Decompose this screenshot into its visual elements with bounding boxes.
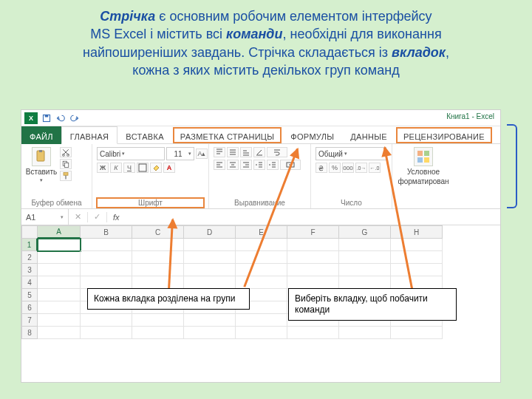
cell[interactable] [287, 327, 339, 339]
cell[interactable] [132, 314, 184, 327]
worksheet-grid[interactable]: ABCDEFGH 12345678 [21, 225, 500, 240]
cell[interactable] [184, 264, 236, 276]
align-top-icon[interactable] [214, 147, 225, 157]
font-size-combo[interactable]: 11▾ [166, 147, 194, 160]
cell[interactable] [236, 276, 287, 289]
cell[interactable] [339, 276, 391, 289]
row-header[interactable]: 7 [21, 314, 38, 327]
cell[interactable] [391, 327, 443, 339]
cell[interactable] [132, 251, 184, 264]
tab-insert[interactable]: ВСТАВКА [117, 126, 171, 144]
cell[interactable] [339, 327, 391, 339]
align-middle-icon[interactable] [227, 147, 239, 157]
cell[interactable] [184, 239, 236, 251]
format-painter-icon[interactable] [60, 171, 72, 181]
cell[interactable] [236, 327, 287, 339]
cell[interactable] [38, 327, 81, 339]
cell[interactable] [184, 276, 236, 289]
align-center-icon[interactable] [227, 160, 239, 170]
comma-style-icon[interactable]: 000 [342, 163, 354, 173]
fx-icon[interactable]: fx [113, 213, 120, 222]
cell[interactable] [339, 251, 391, 264]
row-header[interactable]: 5 [21, 289, 38, 301]
paste-button[interactable]: Вставить ▾ [26, 147, 57, 183]
cell[interactable] [132, 276, 184, 289]
cell[interactable] [236, 314, 287, 327]
italic-button[interactable]: К [110, 163, 122, 173]
cell[interactable] [391, 276, 443, 289]
row-header[interactable]: 4 [21, 276, 38, 289]
decrease-decimal-icon[interactable]: ←.0 [369, 163, 381, 173]
number-format-combo[interactable]: Общий▾ [316, 147, 386, 160]
increase-font-icon[interactable]: A▴ [196, 149, 208, 159]
row-header[interactable]: 1 [21, 239, 38, 251]
row-header[interactable]: 2 [21, 251, 38, 264]
font-name-combo[interactable]: Calibri▾ [97, 147, 165, 160]
formula-input[interactable]: ✕ ✓ fx [69, 209, 500, 225]
copy-icon[interactable] [60, 159, 72, 169]
accounting-format-icon[interactable]: ₴ [316, 163, 327, 173]
cell[interactable] [81, 264, 132, 276]
cell[interactable] [132, 264, 184, 276]
cell[interactable] [184, 327, 236, 339]
wrap-text-icon[interactable] [267, 147, 287, 157]
cell[interactable] [38, 301, 81, 314]
name-box[interactable]: A1 ▾ [21, 209, 69, 225]
undo-icon[interactable] [55, 112, 66, 124]
cell[interactable] [287, 251, 339, 264]
cell[interactable] [81, 314, 132, 327]
select-all-corner[interactable] [21, 225, 38, 239]
tab-formulas[interactable]: ФОРМУЛЫ [282, 126, 342, 144]
cell[interactable] [287, 239, 339, 251]
tab-file[interactable]: ФАЙЛ [21, 126, 61, 144]
cell[interactable] [287, 264, 339, 276]
row-header[interactable]: 6 [21, 301, 38, 314]
row-header[interactable]: 8 [21, 327, 38, 339]
cell[interactable] [339, 239, 391, 251]
tab-home[interactable]: ГЛАВНАЯ [61, 126, 118, 144]
percent-icon[interactable]: % [329, 163, 341, 173]
cell[interactable] [38, 314, 81, 327]
enter-icon[interactable]: ✓ [94, 212, 100, 222]
conditional-formatting-button[interactable]: Условное форматирован [397, 147, 450, 185]
cut-icon[interactable] [60, 147, 72, 157]
cell[interactable] [132, 327, 184, 339]
column-header[interactable]: F [287, 225, 339, 239]
column-header[interactable]: D [184, 225, 236, 239]
cell[interactable] [81, 239, 132, 251]
increase-indent-icon[interactable] [267, 160, 279, 170]
cell[interactable] [81, 327, 132, 339]
underline-button[interactable]: Ч [123, 163, 135, 173]
bold-button[interactable]: Ж [97, 163, 109, 173]
increase-decimal-icon[interactable]: .0→ [355, 163, 367, 173]
column-header[interactable]: G [339, 225, 391, 239]
cell[interactable] [391, 264, 443, 276]
cell[interactable] [391, 239, 443, 251]
cell[interactable] [184, 314, 236, 327]
align-left-icon[interactable] [214, 160, 225, 170]
tab-review[interactable]: РЕЦЕНЗИРОВАНИЕ [395, 126, 493, 144]
align-bottom-icon[interactable] [240, 147, 252, 157]
cell[interactable] [81, 251, 132, 264]
tab-data[interactable]: ДАННЫЕ [342, 126, 395, 144]
row-header[interactable]: 3 [21, 264, 38, 276]
cell[interactable] [38, 276, 81, 289]
column-header[interactable]: B [81, 225, 132, 239]
cell[interactable] [38, 264, 81, 276]
cell[interactable] [236, 264, 287, 276]
cell[interactable] [391, 251, 443, 264]
cell[interactable] [132, 239, 184, 251]
cell[interactable] [38, 289, 81, 301]
cancel-icon[interactable]: ✕ [75, 212, 81, 222]
borders-icon[interactable] [137, 163, 149, 173]
cell[interactable] [236, 251, 287, 264]
fill-color-icon[interactable] [150, 163, 162, 173]
cell[interactable] [287, 276, 339, 289]
cell[interactable] [184, 251, 236, 264]
save-icon[interactable] [41, 112, 52, 124]
cell[interactable] [81, 276, 132, 289]
tab-page-layout[interactable]: РАЗМЕТКА СТРАНИЦЫ [172, 126, 283, 144]
redo-icon[interactable] [69, 112, 81, 124]
cell[interactable] [38, 251, 81, 264]
column-header[interactable]: A [38, 225, 81, 239]
